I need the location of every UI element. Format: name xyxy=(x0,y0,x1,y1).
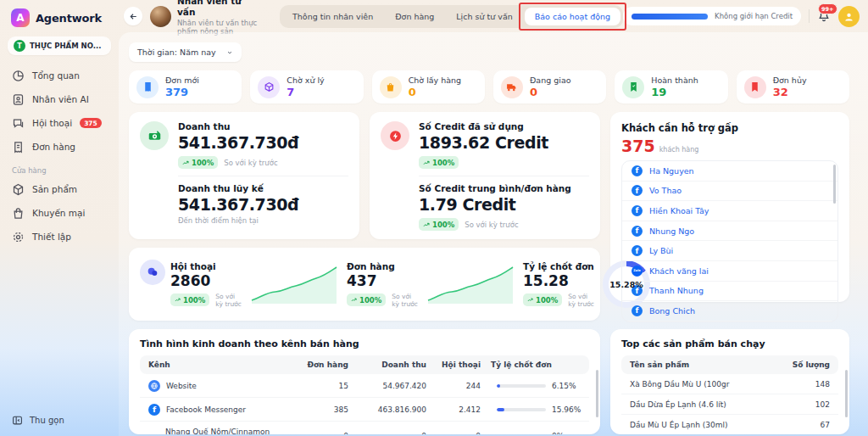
customer-row[interactable]: fBong Chich xyxy=(622,301,837,321)
table-row-website[interactable]: Website 15 54.967.420 244 6.15% xyxy=(140,374,589,398)
store-selector[interactable]: T THỰC PHẨM NO... xyxy=(8,36,111,55)
tab-activity-report[interactable]: Báo cáo hoạt động xyxy=(525,8,620,25)
customer-row[interactable]: fHa Nguyen xyxy=(622,161,837,182)
sidebar-section-store: Cửa hàng xyxy=(0,159,119,177)
table-row-cinnamon-incense[interactable]: Nhang Quế Nôm/Cinnamon Incense 0 0 0 0% xyxy=(140,422,589,434)
collapse-sidebar-button[interactable]: Thu gọn xyxy=(12,415,64,426)
col-rate: Tỷ lệ chốt đơn xyxy=(481,361,581,369)
channel-name: Facebook Messenger xyxy=(166,405,246,414)
user-avatar[interactable] xyxy=(838,6,860,27)
product-row[interactable]: Dầu Mù U Ép Lạnh (30ml) 67 xyxy=(621,415,838,434)
trend-up-icon xyxy=(351,297,357,303)
time-filter-dropdown[interactable]: Thời gian: Năm nay xyxy=(129,42,242,62)
metric-value: 437 xyxy=(347,272,418,289)
stat-label: Chờ xử lý xyxy=(287,75,324,85)
facebook-icon: f xyxy=(148,404,160,416)
rate-bar xyxy=(497,434,546,435)
metric-note: So với kỳ trước xyxy=(392,293,418,308)
brand-name: Agentwork xyxy=(36,12,102,25)
col-channel: Kênh xyxy=(148,361,296,369)
stat-value: 32 xyxy=(773,86,807,98)
sidebar-item-conversations[interactable]: Hội thoại 375 xyxy=(0,111,119,135)
chat-bubbles-icon xyxy=(12,117,25,130)
sidebar-item-overview[interactable]: Tổng quan xyxy=(0,64,119,87)
collapse-label: Thu gọn xyxy=(30,416,64,425)
cell-conversations: 244 xyxy=(426,382,481,390)
cell-orders: 385 xyxy=(296,405,348,414)
stat-value: 0 xyxy=(409,86,461,98)
credit-avg-trend-badge: 100% xyxy=(419,218,459,231)
table-row-facebook-messenger[interactable]: f Facebook Messenger 385 463.816.900 2.4… xyxy=(140,398,589,422)
product-name: Dầu Mù U Ép Lạnh (30ml) xyxy=(630,421,787,429)
cumulative-revenue-value: 541.367.730đ xyxy=(178,195,348,214)
order-status-cards: Đơn mới 379 Chờ xử lý 7 Chờ lấy hàng 0 Đ… xyxy=(129,70,849,103)
stat-card-delivering[interactable]: Đang giao 0 xyxy=(493,70,606,103)
sidebar-item-orders[interactable]: Đơn hàng xyxy=(0,135,119,159)
metric-value: 15.28 xyxy=(523,272,594,289)
stat-value: 379 xyxy=(165,86,199,98)
trend-up-icon xyxy=(527,297,533,303)
back-button[interactable] xyxy=(124,7,142,25)
channel-table-header: Kênh Đơn hàng Doanh thu Hội thoại Tỷ lệ … xyxy=(140,355,589,374)
support-title: Khách cần hỗ trợ gấp xyxy=(621,122,838,134)
stat-card-new-orders[interactable]: Đơn mới 379 xyxy=(129,70,242,103)
tab-orders[interactable]: Đơn hàng xyxy=(385,8,444,25)
stat-card-completed[interactable]: Hoàn thành 19 xyxy=(615,70,727,103)
customer-row[interactable]: fNhung Ngo xyxy=(622,221,837,242)
customer-row[interactable]: fLy Bùi xyxy=(622,241,837,261)
cell-conversations: 0 xyxy=(426,432,481,435)
trend-badge: 100% xyxy=(347,293,386,306)
sidebar-item-settings[interactable]: Thiết lập xyxy=(0,225,119,249)
scrollbar[interactable] xyxy=(833,165,836,204)
stat-card-processing[interactable]: Chờ xử lý 7 xyxy=(250,70,363,103)
product-qty: 148 xyxy=(787,380,830,388)
product-row[interactable]: Dầu Dừa Ép Lạnh (4.6 lít) 102 xyxy=(621,394,838,415)
lightning-icon xyxy=(381,121,409,150)
scrollbar[interactable] xyxy=(596,370,598,417)
col-product-name: Tên sản phẩm xyxy=(630,361,787,369)
credit-label: Không giới hạn Credit xyxy=(715,12,793,20)
customer-row[interactable]: fVo Thao xyxy=(622,182,837,202)
trend-up-icon xyxy=(423,221,430,228)
tab-agent-info[interactable]: Thông tin nhân viên xyxy=(282,8,383,25)
customer-row[interactable]: ZaloKhách vãng lai xyxy=(622,261,837,282)
notifications-button[interactable]: 99+ xyxy=(817,9,831,23)
divider xyxy=(419,176,589,176)
col-quantity: Số lượng xyxy=(787,361,830,369)
cell-revenue: 54.967.420 xyxy=(348,382,426,390)
stat-label: Đơn hủy xyxy=(773,75,807,85)
arrow-left-icon xyxy=(129,12,138,21)
agent-avatar xyxy=(150,6,171,27)
product-row[interactable]: Xà Bông Dầu Mù U (100gr 148 xyxy=(621,374,838,394)
customer-row[interactable]: fHiền Khoai Tây xyxy=(622,201,837,221)
revenue-title: Doanh thu xyxy=(178,121,348,131)
conversations-count-badge: 375 xyxy=(80,118,102,128)
divider xyxy=(178,176,348,176)
credit-meter: Không giới hạn Credit xyxy=(623,7,801,25)
col-conversations: Hội thoại xyxy=(426,361,481,369)
sidebar-item-promotions[interactable]: Khuyến mại xyxy=(0,201,119,225)
conversations-metric: Hội thoại 2860 100% So với kỳ trước xyxy=(170,261,242,308)
id-badge-icon xyxy=(12,93,25,106)
top-products-title: Top các sản phẩm bán chạy xyxy=(621,338,838,349)
sidebar-item-ai-agents[interactable]: Nhân viên AI xyxy=(0,87,119,111)
metric-value: 2860 xyxy=(170,272,242,289)
agent-meta: Nhân viên tư vấn Nhân viên tư vấn thực p… xyxy=(177,0,258,36)
credit-used-value: 1893.62 Credit xyxy=(419,133,589,152)
stat-card-awaiting-pickup[interactable]: Chờ lấy hàng 0 xyxy=(372,70,485,103)
customer-name: Hiền Khoai Tây xyxy=(649,206,709,215)
stat-value: 19 xyxy=(651,86,698,98)
customer-list: fHa Nguyen fVo Thao fHiền Khoai Tây fNhu… xyxy=(621,160,838,322)
orders-metric: Đơn hàng 437 100% So với kỳ trước xyxy=(347,261,418,308)
sidebar-item-products[interactable]: Sản phẩm xyxy=(0,177,119,201)
trend-up-icon xyxy=(182,159,189,166)
tab-consult-history[interactable]: Lịch sử tư vấn xyxy=(446,8,522,25)
customer-row[interactable]: fThanh Nhung xyxy=(622,282,837,302)
revenue-value: 541.367.730đ xyxy=(178,133,348,152)
scrollbar[interactable] xyxy=(845,370,848,417)
sidebar-item-label: Thiết lập xyxy=(32,232,71,242)
pie-chart-icon xyxy=(12,70,25,82)
trend-badge: 100% xyxy=(170,293,209,306)
stat-card-cancelled[interactable]: Đơn hủy 32 xyxy=(737,70,849,103)
revenue-trend-badge: 100% xyxy=(178,156,218,169)
